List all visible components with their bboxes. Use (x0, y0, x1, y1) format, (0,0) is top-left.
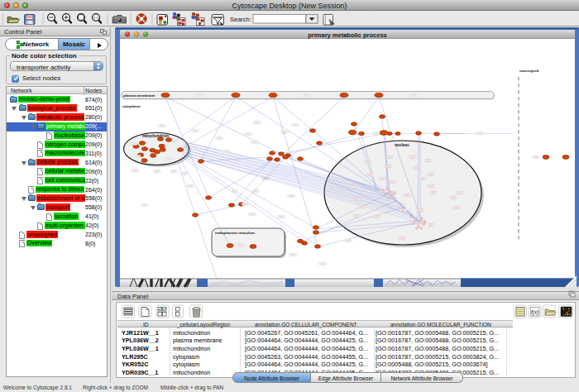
svg-text:1:1: 1:1 (93, 16, 98, 20)
svg-text:Search:: Search: (230, 16, 251, 23)
svg-text:unassigned: unassigned (519, 69, 539, 73)
svg-text:f(x): f(x) (531, 309, 538, 316)
svg-text:plasma membrane: plasma membrane (123, 93, 156, 98)
svg-text:primary metabolic process: primary metabolic process (308, 31, 386, 39)
svg-text:cytoplasm: cytoplasm (122, 104, 141, 108)
svg-text:mitochondrion: mitochondrion (142, 134, 169, 138)
svg-text:nucleus: nucleus (395, 143, 409, 147)
svg-text:annotation.GO-CELLULAR-..: annotation.GO-CELLULAR-.. (443, 132, 467, 134)
svg-text:endoplasmic reticulum: endoplasmic reticulum (215, 231, 255, 235)
